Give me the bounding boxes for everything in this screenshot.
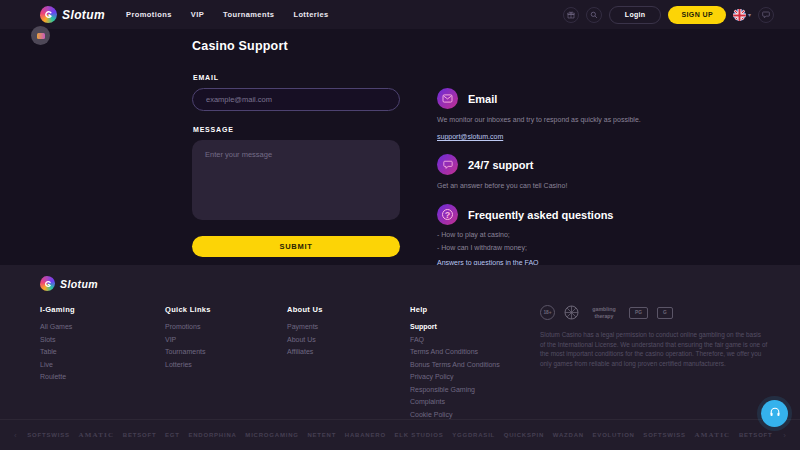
footer-link-all-games[interactable]: All Games [40,323,75,330]
email-section-title: Email [468,93,497,105]
footer-link-about-us[interactable]: About Us [287,336,323,343]
page-title: Casino Support [192,39,288,53]
footer-link-cookie[interactable]: Cookie Policy [410,411,500,418]
footer-link-lotteries[interactable]: Lotteries [165,361,211,368]
carousel-next-button[interactable]: › [781,431,788,440]
license-text: Slotum Casino has a legal permission to … [540,330,768,368]
footer-link-terms[interactable]: Terms And Conditions [410,348,500,355]
support-247-section: 24/7 support Get an answer before you ca… [437,154,677,191]
provider-logo-betsoft: BETSOFT [739,432,773,438]
faq-section: ? Frequently asked questions - How to pl… [437,204,677,269]
faq-item: - How to play at casino; [437,231,677,238]
search-icon [590,7,598,22]
chat-bubble-icon [762,7,770,22]
footer: Slotum I-Gaming All Games Slots Table Li… [0,265,800,450]
footer-link-table[interactable]: Table [40,348,75,355]
uk-flag-icon [733,8,746,21]
provider-logo-egt: EGT [165,432,180,438]
message-label: MESSAGE [193,126,400,133]
footer-link-roulette[interactable]: Roulette [40,373,75,380]
support-247-text: Get an answer before you can tell Casino… [437,181,677,191]
login-button[interactable]: Login [609,6,662,24]
submit-button[interactable]: SUBMIT [192,236,400,257]
mini-banner-icon [37,33,45,39]
provider-logo-yggdrasil: YGGDRASIL [452,432,495,438]
provider-logo-evolution: EVOLUTION [593,432,635,438]
chevron-down-icon: ▾ [748,12,751,18]
provider-logo-amatic: AMATIC [694,431,730,439]
footer-link-vip[interactable]: VIP [165,336,211,343]
carousel-prev-button[interactable]: ‹ [12,431,19,440]
footer-column-title: I-Gaming [40,305,75,314]
chat-icon [437,154,458,175]
nav-tournaments[interactable]: Tournaments [223,10,274,19]
email-section-text: We monitor our inboxes and try to respon… [437,115,677,125]
footer-column-title: Quick Links [165,305,211,314]
provider-logo-betsoft: BETSOFT [123,432,157,438]
gift-icon [567,7,575,22]
footer-column-igaming: I-Gaming All Games Slots Table Live Roul… [40,305,75,386]
footer-link-affiliates[interactable]: Affiliates [287,348,323,355]
provider-logo-amatic: AMATIC [78,431,114,439]
provider-logo-netent: NETENT [307,432,336,438]
footer-link-slots[interactable]: Slots [40,336,75,343]
headphones-icon [769,406,781,421]
support-email-link[interactable]: support@slotum.com [437,133,503,140]
footer-brand-name: Slotum [60,278,98,290]
provider-logo-elk: ELK STUDIOS [394,432,443,438]
support-form: EMAIL MESSAGE SUBMIT [192,74,400,257]
certification-badges: 18+ gambling therapy PG G [540,305,768,320]
message-field[interactable] [192,140,400,220]
language-selector[interactable]: ▾ [733,8,751,21]
provider-logo-wazdan: WAZDAN [553,432,584,438]
envelope-icon [437,88,458,109]
begambleaware-badge [564,305,579,320]
providers-carousel: ‹ SOFTSWISS AMATIC BETSOFT EGT ENDORPHIN… [0,419,800,450]
footer-link-privacy[interactable]: Privacy Policy [410,373,500,380]
brand-name: Slotum [62,8,105,22]
provider-logo-habanero: HABANERO [345,432,386,438]
footer-link-tournaments[interactable]: Tournaments [165,348,211,355]
gambling-therapy-badge: gambling therapy [588,306,620,318]
question-icon: ? [437,204,458,225]
provider-logo-softswiss: SOFTSWISS [643,432,686,438]
footer-link-faq[interactable]: FAQ [410,336,500,343]
footer-link-promotions[interactable]: Promotions [165,323,211,330]
search-button[interactable] [586,7,602,23]
brand-logo[interactable]: Slotum [40,6,105,23]
nav-vip[interactable]: VIP [191,10,204,19]
support-info: Email We monitor our inboxes and try to … [437,88,677,280]
nav-promotions[interactable]: Promotions [126,10,172,19]
corner-widget-button[interactable] [31,26,50,45]
gaming-curacao-badge: G [657,307,673,319]
footer-link-payments[interactable]: Payments [287,323,323,330]
footer-column-title: Help [410,305,500,314]
provider-logo-softswiss: SOFTSWISS [27,432,70,438]
support-247-title: 24/7 support [468,159,533,171]
footer-link-complaints[interactable]: Complaints [410,398,500,405]
live-chat-fab[interactable] [761,400,788,427]
footer-column-title: About Us [287,305,323,314]
signup-button[interactable]: SIGN UP [668,6,726,24]
topbar: Slotum Promotions VIP Tournaments Lotter… [0,0,800,29]
provider-logo-endorphina: ENDORPHINA [188,432,236,438]
footer-link-responsible[interactable]: Responsible Gaming [410,386,500,393]
bonuses-button[interactable] [563,7,579,23]
provider-logo-quickspin: QUICKSPIN [504,432,545,438]
footer-brand-logo[interactable]: Slotum [40,276,98,291]
footer-link-bonus-terms[interactable]: Bonus Terms And Conditions [410,361,500,368]
footer-column-quick-links: Quick Links Promotions VIP Tournaments L… [165,305,211,373]
email-field[interactable] [192,88,400,111]
age-18-badge: 18+ [540,305,555,320]
footer-link-support[interactable]: Support [410,323,500,330]
faq-title: Frequently asked questions [468,209,613,221]
topbar-actions: Login SIGN UP ▾ [563,6,774,24]
support-chat-button[interactable] [758,7,774,23]
email-label: EMAIL [193,74,400,81]
email-section: Email We monitor our inboxes and try to … [437,88,677,143]
slotum-gem-icon [40,276,55,291]
nav-lotteries[interactable]: Lotteries [293,10,328,19]
footer-link-live[interactable]: Live [40,361,75,368]
provider-logo-microgaming: MICROGAMING [245,432,298,438]
slotum-gem-icon [40,6,57,23]
